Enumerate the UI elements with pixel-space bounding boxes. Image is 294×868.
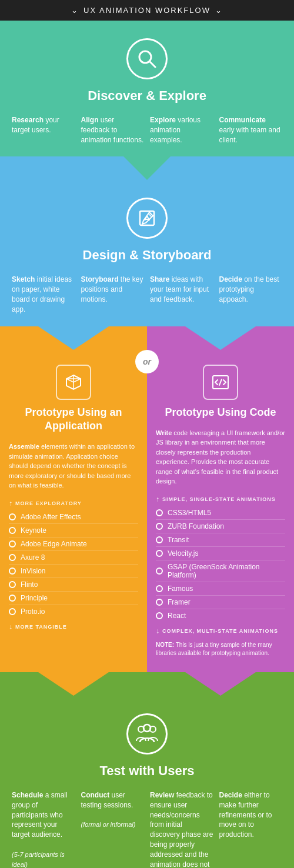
- prototype-code-title: Prototype Using Code: [156, 406, 285, 419]
- list-item: InVision: [9, 565, 138, 578]
- prototype-app-header: Prototype Using an Application: [9, 365, 138, 433]
- code-icon: [203, 365, 238, 400]
- svg-point-9: [143, 725, 151, 732]
- bullet-icon: [156, 523, 163, 530]
- prototype-code-tools: CSS3/HTML5 ZURB Foundation Transit Veloc…: [156, 506, 285, 622]
- box-icon: [56, 365, 91, 400]
- split-section: Prototype Using an Application Assemble …: [0, 350, 294, 672]
- bullet-icon: [156, 509, 163, 516]
- test-item-2: Conduct user testing sessions. (formal o…: [81, 790, 145, 868]
- bullet-icon: [156, 536, 163, 543]
- arrow-connector-2: [0, 326, 294, 350]
- arrow-down-icon: ↓: [9, 623, 13, 631]
- prototype-code-description: Write code leveraging a UI framework and…: [156, 428, 285, 486]
- discover-item-2: Align user feedback to animation functio…: [81, 115, 145, 145]
- bullet-icon: [156, 612, 163, 619]
- svg-line-1: [150, 62, 155, 67]
- design-item-1: Sketch initial ideas on paper, white boa…: [12, 275, 75, 314]
- design-title: Design & Storyboard: [12, 248, 282, 263]
- chevron-down-right-icon: ⌄: [215, 6, 223, 15]
- bullet-icon: [156, 550, 163, 557]
- edit-icon: [126, 198, 168, 239]
- arrow-down-icon: ↓: [156, 627, 160, 635]
- list-item: Axure 8: [9, 551, 138, 565]
- prototype-app-title: Prototype Using an Application: [9, 406, 138, 433]
- list-item: Transit: [156, 533, 285, 547]
- design-item-2: Storyboard the key positions and motions…: [81, 275, 145, 314]
- discover-item-1-bold: Research: [12, 116, 44, 124]
- list-item: Keynote: [9, 524, 138, 538]
- svg-line-6: [219, 379, 222, 385]
- list-item: GSAP (GreenSock Animation Platform): [156, 560, 285, 582]
- list-item: React: [156, 609, 285, 622]
- list-item: Framer: [156, 596, 285, 609]
- bullet-icon: [9, 567, 16, 575]
- bullet-icon: [9, 527, 16, 534]
- top-bar: ⌄ UX ANIMATION WORKFLOW ⌄: [0, 0, 294, 21]
- prototype-app-tools: Adobe After Effects Keynote Adobe Edge A…: [9, 510, 138, 618]
- list-item: CSS3/HTML5: [156, 506, 285, 520]
- prototype-section: or Prototype Using an Application Assemb…: [0, 350, 294, 672]
- list-item: Famous: [156, 582, 285, 596]
- list-item: Flinto: [9, 578, 138, 592]
- discover-item-4-bold: Communicate: [219, 116, 266, 124]
- or-label: or: [135, 350, 159, 373]
- discover-item-3-bold: Explore: [150, 116, 176, 124]
- test-item-1: Schedule a small group of participants w…: [12, 790, 75, 868]
- bullet-icon: [156, 567, 163, 575]
- search-icon: [126, 38, 168, 79]
- prototype-code: Prototype Using Code Write code leveragi…: [147, 350, 294, 672]
- prototype-app-label-top: ↑ MORE EXPLORATORY: [9, 499, 138, 508]
- prototype-code-note: NOTE: This is just a tiny sample of the …: [156, 641, 285, 657]
- design-item-3: Share ideas with your team for input and…: [150, 275, 213, 314]
- discover-item-3: Explore various animation examples.: [150, 115, 213, 145]
- prototype-code-label-bottom: ↓ COMPLEX, MULTI-STATE ANIMATIONS: [156, 627, 285, 635]
- prototype-code-header: Prototype Using Code: [156, 365, 285, 419]
- discover-title: Discover & Explore: [12, 88, 282, 104]
- arrow-up-icon: ↑: [9, 499, 13, 508]
- bullet-icon: [9, 540, 16, 547]
- discover-item-1: Research your target users.: [12, 115, 75, 145]
- list-item: Principle: [9, 592, 138, 605]
- prototype-code-label-top: ↑ SIMPLE, SINGLE-STATE ANIMATIONS: [156, 495, 285, 503]
- test-section: Test with Users Schedule a small group o…: [0, 696, 294, 868]
- design-item-4: Decide on the best prototyping appoach.: [219, 275, 283, 314]
- discover-section: Discover & Explore Research your target …: [0, 21, 294, 156]
- discover-item-4: Communicate early with team and client.: [219, 115, 283, 145]
- arrow-connector-1: [0, 156, 294, 180]
- discover-item-4-text: early with team and client.: [219, 126, 280, 144]
- bullet-icon: [9, 581, 16, 588]
- list-item: Adobe After Effects: [9, 510, 138, 524]
- chevron-down-left-icon: ⌄: [71, 6, 79, 15]
- bullet-icon: [9, 608, 16, 615]
- header-title: UX ANIMATION WORKFLOW: [83, 6, 211, 15]
- test-item-4: Decide either to make further refinement…: [219, 790, 283, 868]
- test-title: Test with Users: [12, 763, 282, 779]
- bullet-icon: [156, 599, 163, 606]
- discover-item-2-bold: Align: [81, 116, 99, 124]
- bullet-icon: [9, 595, 16, 602]
- users-icon: [126, 713, 168, 755]
- test-item-1-sub: (5-7 participants is ideal): [12, 851, 65, 868]
- prototype-app-label-bottom: ↓ MORE TANGIBLE: [9, 623, 138, 631]
- design-section: Design & Storyboard Sketch initial ideas…: [0, 180, 294, 326]
- bullet-icon: [9, 513, 16, 520]
- list-item: Velocity.js: [156, 547, 285, 560]
- discover-items: Research your target users. Align user f…: [12, 115, 282, 145]
- list-item: ZURB Foundation: [156, 520, 285, 533]
- test-items: Schedule a small group of participants w…: [12, 790, 282, 868]
- arrow-connector-3: [0, 672, 294, 696]
- prototype-app: Prototype Using an Application Assemble …: [0, 350, 147, 672]
- prototype-app-description: Assemble elements within an application …: [9, 442, 138, 490]
- bullet-icon: [156, 585, 163, 592]
- list-item: Adobe Edge Animate: [9, 538, 138, 551]
- design-items: Sketch initial ideas on paper, white boa…: [12, 275, 282, 314]
- bullet-icon: [9, 554, 16, 561]
- test-item-2-sub: (formal or informal): [81, 821, 136, 828]
- list-item: Proto.io: [9, 605, 138, 618]
- test-item-3: Review feedback to ensure user needs/con…: [150, 790, 213, 868]
- arrow-up-icon: ↑: [156, 495, 160, 503]
